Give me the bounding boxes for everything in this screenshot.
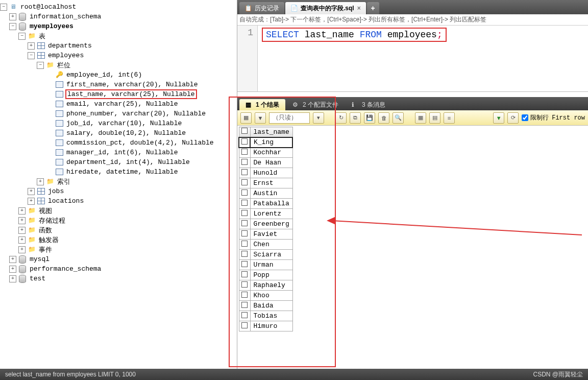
grid-view-button[interactable]: ▦ xyxy=(240,112,252,124)
cell-value[interactable]: Raphaely xyxy=(250,280,292,291)
collapse-icon[interactable]: − xyxy=(18,33,26,40)
table-node[interactable]: jobs xyxy=(47,187,64,195)
collapse-icon[interactable]: − xyxy=(28,52,35,59)
view-grid-button[interactable]: ▦ xyxy=(415,112,426,124)
table-row[interactable]: Popp xyxy=(239,270,292,280)
column-node[interactable]: commission_pct, double(4,2), Nullable xyxy=(65,139,214,147)
table-row[interactable]: K_ing xyxy=(239,137,292,148)
db-node[interactable]: test xyxy=(29,275,45,282)
table-row[interactable]: Raphaely xyxy=(239,280,292,291)
table-row[interactable]: Hunold xyxy=(239,168,292,178)
table-row[interactable]: Faviet xyxy=(239,229,292,240)
cell-value[interactable]: Chen xyxy=(250,240,292,250)
readonly-indicator[interactable] xyxy=(269,112,310,124)
table-row[interactable]: De Haan xyxy=(239,158,292,168)
collapse-icon[interactable]: − xyxy=(0,4,7,11)
export-button[interactable]: ▼ xyxy=(255,112,266,124)
refresh-button[interactable]: ↻ xyxy=(335,112,347,124)
expand-icon[interactable]: + xyxy=(18,236,26,244)
table-row[interactable]: Urman xyxy=(239,260,292,270)
row-checkbox[interactable] xyxy=(239,321,250,331)
expand-icon[interactable]: + xyxy=(28,42,35,50)
table-row[interactable]: Lorentz xyxy=(239,209,292,219)
tab-messages[interactable]: ℹ3 条消息 xyxy=(346,99,391,110)
results-grid-wrap[interactable]: last_name K_ingKochharDe HaanHunoldErnst… xyxy=(237,126,588,380)
tab-history[interactable]: 📋历史记录 xyxy=(239,2,284,14)
filter-button[interactable]: ▼ xyxy=(493,112,504,124)
folder-node[interactable]: 函数 xyxy=(38,226,52,235)
cell-value[interactable]: Lorentz xyxy=(250,209,292,219)
delete-button[interactable]: 🗑 xyxy=(378,112,389,124)
cell-value[interactable]: Sciarra xyxy=(250,250,292,260)
table-row[interactable]: Pataballa xyxy=(239,199,292,209)
expand-icon[interactable]: + xyxy=(18,246,26,253)
folder-node[interactable]: 视图 xyxy=(38,206,52,216)
checkbox-header[interactable] xyxy=(239,127,250,137)
table-row[interactable]: Ernst xyxy=(239,178,292,188)
results-grid[interactable]: last_name K_ingKochharDe HaanHunoldErnst… xyxy=(238,127,293,331)
db-node[interactable]: mysql xyxy=(29,255,50,263)
column-node[interactable]: department_id, int(4), Nullable xyxy=(65,158,190,166)
expand-icon[interactable]: + xyxy=(18,217,26,224)
table-row[interactable]: Sciarra xyxy=(239,250,292,260)
column-node-highlighted[interactable]: last_name, varchar(25), Nullable xyxy=(65,89,197,99)
row-checkbox[interactable] xyxy=(239,188,250,199)
dropdown-button[interactable]: ▾ xyxy=(313,112,324,124)
columns-folder[interactable]: 栏位 xyxy=(56,61,70,70)
find-button[interactable]: 🔍 xyxy=(393,112,404,124)
cell-value[interactable]: K_ing xyxy=(250,137,292,148)
column-node[interactable]: manager_id, int(6), Nullable xyxy=(65,149,178,156)
folder-node[interactable]: 存储过程 xyxy=(38,216,65,225)
object-tree[interactable]: −🖥root@localhost +information_schema −my… xyxy=(0,0,237,380)
tables-folder[interactable]: 表 xyxy=(38,32,45,41)
row-checkbox[interactable] xyxy=(239,158,250,168)
tab-query[interactable]: 📄查询表中的字段.sql× xyxy=(285,2,366,14)
db-node-myemployees[interactable]: myemployees xyxy=(29,22,74,30)
cell-value[interactable]: Hunold xyxy=(250,168,292,178)
cell-value[interactable]: Greenberg xyxy=(250,219,292,229)
cell-value[interactable]: Khoo xyxy=(250,291,292,301)
table-row[interactable]: Kochhar xyxy=(239,148,292,158)
table-row[interactable]: Chen xyxy=(239,240,292,250)
column-node[interactable]: first_name, varchar(20), Nullable xyxy=(65,81,198,88)
cell-value[interactable]: Himuro xyxy=(250,321,292,331)
cell-value[interactable]: De Haan xyxy=(250,158,292,168)
row-checkbox[interactable] xyxy=(239,229,250,240)
cell-value[interactable]: Kochhar xyxy=(250,148,292,158)
folder-node[interactable]: 事件 xyxy=(38,245,52,254)
row-checkbox[interactable] xyxy=(239,270,250,280)
row-checkbox[interactable] xyxy=(239,199,250,209)
expand-icon[interactable]: + xyxy=(28,188,35,195)
expand-icon[interactable]: + xyxy=(9,256,16,263)
cell-value[interactable]: Ernst xyxy=(250,178,292,188)
folder-node[interactable]: 触发器 xyxy=(38,235,59,245)
expand-icon[interactable]: + xyxy=(18,207,26,215)
column-node[interactable]: phone_number, varchar(20), Nullable xyxy=(65,110,206,117)
expand-icon[interactable]: + xyxy=(28,198,35,205)
column-node[interactable]: salary, double(10,2), Nullable xyxy=(65,129,186,137)
column-node[interactable]: employee_id, int(6) xyxy=(65,71,142,79)
view-text-button[interactable]: ≡ xyxy=(444,112,455,124)
table-node[interactable]: departments xyxy=(47,42,92,50)
collapse-icon[interactable]: − xyxy=(37,62,44,69)
close-icon[interactable]: × xyxy=(357,5,361,12)
expand-icon[interactable]: + xyxy=(9,13,16,20)
table-row[interactable]: Khoo xyxy=(239,291,292,301)
table-row[interactable]: Himuro xyxy=(239,321,292,331)
expand-icon[interactable]: + xyxy=(18,227,26,234)
row-checkbox[interactable] xyxy=(239,137,250,148)
row-checkbox[interactable] xyxy=(239,148,250,158)
expand-icon[interactable]: + xyxy=(37,178,44,185)
limit-rows-checkbox[interactable]: 限制行 xyxy=(522,113,549,122)
row-checkbox[interactable] xyxy=(239,260,250,270)
row-checkbox[interactable] xyxy=(239,219,250,229)
tab-results[interactable]: ▦1 个结果 xyxy=(239,99,285,110)
row-checkbox[interactable] xyxy=(239,240,250,250)
column-node[interactable]: job_id, varchar(10), Nullable xyxy=(65,120,182,127)
column-node[interactable]: email, varchar(25), Nullable xyxy=(65,100,178,108)
cell-value[interactable]: Austin xyxy=(250,188,292,199)
tab-profiles[interactable]: ⚙2 个配置文件 xyxy=(286,99,345,110)
row-checkbox[interactable] xyxy=(239,250,250,260)
column-node[interactable]: hiredate, datetime, Nullable xyxy=(65,168,178,176)
copy-button[interactable]: ⧉ xyxy=(350,112,361,124)
